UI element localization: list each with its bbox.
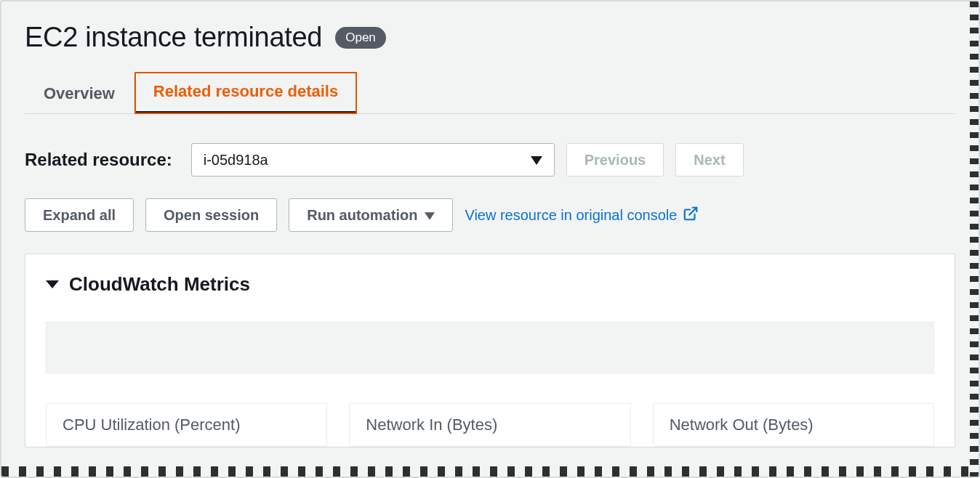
button-label: Run automation [307, 207, 417, 224]
metric-card-title: Network In (Bytes) [366, 416, 497, 434]
next-button[interactable]: Next [675, 143, 743, 177]
panel-title: CloudWatch Metrics [69, 273, 250, 296]
caret-down-icon [46, 280, 59, 288]
view-resource-link[interactable]: View resource in original console [465, 206, 699, 225]
page-root: EC2 instance terminated Open Overview Re… [0, 0, 980, 478]
open-session-button[interactable]: Open session [145, 198, 277, 232]
svg-marker-1 [425, 212, 435, 220]
panel-header-toggle[interactable]: CloudWatch Metrics [46, 273, 934, 296]
metric-card-network-in[interactable]: Network In (Bytes) [349, 403, 630, 447]
expand-all-button[interactable]: Expand all [25, 198, 134, 232]
status-badge: Open [335, 27, 386, 49]
page-title: EC2 instance terminated [25, 22, 322, 53]
metric-card-network-out[interactable]: Network Out (Bytes) [653, 403, 934, 447]
run-automation-button[interactable]: Run automation [289, 198, 453, 232]
button-label: Open session [164, 207, 259, 224]
actions-row: Expand all Open session Run automation V… [1, 177, 979, 232]
related-resource-value: i-05d918a [204, 152, 268, 169]
tab-bar: Overview Related resource details [25, 72, 955, 114]
chevron-down-icon [531, 152, 542, 169]
metric-card-cpu-utilization[interactable]: CPU Utilization (Percent) [46, 403, 327, 447]
tab-overview[interactable]: Overview [25, 74, 134, 113]
chevron-down-icon [425, 207, 435, 224]
link-label: View resource in original console [465, 207, 677, 224]
cloudwatch-metrics-panel: CloudWatch Metrics CPU Utilization (Perc… [25, 254, 955, 447]
tab-label: Overview [44, 84, 115, 102]
button-label: Expand all [43, 207, 116, 224]
related-resource-row: Related resource: i-05d918a Previous Nex… [1, 114, 979, 177]
metric-card-title: Network Out (Bytes) [670, 416, 814, 434]
tab-label: Related resource details [153, 82, 338, 100]
external-link-icon [683, 206, 699, 225]
chart-cards-row: CPU Utilization (Percent) Network In (By… [46, 374, 934, 447]
tab-related-resource-details[interactable]: Related resource details [134, 72, 357, 114]
previous-button[interactable]: Previous [566, 143, 664, 177]
torn-edge-right [970, 1, 980, 477]
page-header: EC2 instance terminated Open [1, 1, 979, 63]
metric-card-title: CPU Utilization (Percent) [63, 416, 241, 434]
related-resource-select[interactable]: i-05d918a [191, 143, 555, 177]
button-label: Previous [585, 152, 646, 169]
chart-toolbar [46, 322, 934, 374]
button-label: Next [694, 152, 725, 169]
svg-marker-0 [531, 156, 542, 165]
related-resource-label: Related resource: [25, 150, 172, 170]
torn-edge-bottom [1, 466, 979, 478]
svg-line-2 [690, 207, 697, 214]
